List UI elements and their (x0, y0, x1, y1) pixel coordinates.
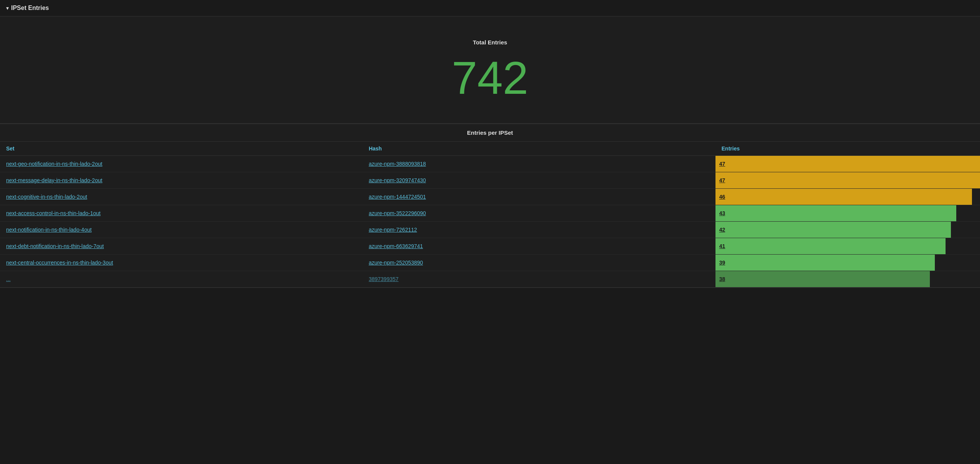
table-header-row: Set Hash Entries (0, 142, 980, 156)
bar-fill: 41 (715, 238, 946, 254)
set-link[interactable]: next-notification-in-ns-thin-lado-4out (6, 227, 91, 233)
entries-value[interactable]: 41 (719, 243, 725, 249)
table-section-title: Entries per IPSet (0, 124, 980, 142)
table-row: next-debt-notification-in-ns-thin-lado-7… (0, 238, 980, 255)
table-row: next-geo-notification-in-ns-thin-lado-2o… (0, 156, 980, 172)
hash-link[interactable]: azure-npm-1444724501 (369, 194, 426, 200)
bar-fill: 42 (715, 222, 951, 238)
set-link[interactable]: next-cognitive-in-ns-thin-lado-2out (6, 194, 87, 200)
entries-value[interactable]: 47 (719, 161, 725, 167)
col-header-entries: Entries (715, 142, 980, 156)
hash-link[interactable]: azure-npm-3888093818 (369, 161, 426, 167)
hash-link[interactable]: azure-npm-3209747430 (369, 177, 426, 183)
total-entries-value: 742 (452, 55, 528, 101)
entries-value[interactable]: 47 (719, 177, 725, 183)
hash-link[interactable]: azure-npm-252053890 (369, 260, 423, 266)
bar-fill: 46 (715, 189, 972, 205)
entries-bar: 43 (715, 205, 980, 221)
entries-value[interactable]: 43 (719, 210, 725, 216)
entries-bar: 41 (715, 238, 980, 254)
table-row: next-notification-in-ns-thin-lado-4outaz… (0, 222, 980, 238)
col-header-hash: Hash (363, 142, 715, 156)
entries-value[interactable]: 39 (719, 260, 725, 266)
entries-bar: 38 (715, 271, 980, 287)
set-link[interactable]: next-message-delay-in-ns-thin-lado-2out (6, 177, 102, 183)
table-row: next-access-control-in-ns-thin-lado-1out… (0, 205, 980, 222)
total-entries-label: Total Entries (473, 39, 507, 46)
set-link[interactable]: next-central-occurrences-in-ns-thin-lado… (6, 260, 113, 266)
hash-link[interactable]: azure-npm-3522296090 (369, 210, 426, 216)
section-title: IPSet Entries (11, 5, 49, 11)
table-row: next-cognitive-in-ns-thin-lado-2outazure… (0, 189, 980, 205)
table-row: next-central-occurrences-in-ns-thin-lado… (0, 255, 980, 271)
col-header-set: Set (0, 142, 363, 156)
table-row: next-message-delay-in-ns-thin-lado-2outa… (0, 172, 980, 189)
hash-link[interactable]: azure-npm-663629741 (369, 243, 423, 249)
entries-per-ipset-section: Entries per IPSet Set Hash Entries next-… (0, 124, 980, 288)
entries-bar: 47 (715, 156, 980, 172)
entries-bar: 39 (715, 255, 980, 271)
entries-value[interactable]: 38 (719, 276, 725, 282)
entries-bar: 47 (715, 172, 980, 188)
set-link[interactable]: ... (6, 276, 11, 282)
hash-link[interactable]: 3897399357 (369, 276, 399, 282)
bar-fill: 38 (715, 271, 930, 287)
bar-fill: 43 (715, 205, 956, 221)
set-link[interactable]: next-access-control-in-ns-thin-lado-1out (6, 210, 101, 216)
bar-fill: 39 (715, 255, 935, 271)
entries-bar: 42 (715, 222, 980, 238)
total-entries-card: Total Entries 742 (0, 16, 980, 124)
entries-bar: 46 (715, 189, 980, 205)
entries-value[interactable]: 42 (719, 227, 725, 233)
bar-fill: 47 (715, 172, 980, 188)
table-row: ...389739935738 (0, 271, 980, 288)
chevron-icon: ▾ (6, 5, 9, 11)
bar-fill: 47 (715, 156, 980, 172)
ipset-table: Set Hash Entries next-geo-notification-i… (0, 142, 980, 288)
set-link[interactable]: next-geo-notification-in-ns-thin-lado-2o… (6, 161, 102, 167)
page-container: ▾ IPSet Entries Total Entries 742 Entrie… (0, 0, 980, 288)
entries-value[interactable]: 46 (719, 194, 725, 200)
hash-link[interactable]: azure-npm-7262112 (369, 227, 417, 233)
section-header: ▾ IPSet Entries (0, 0, 980, 16)
ipset-section: ▾ IPSet Entries Total Entries 742 Entrie… (0, 0, 980, 288)
set-link[interactable]: next-debt-notification-in-ns-thin-lado-7… (6, 243, 104, 249)
